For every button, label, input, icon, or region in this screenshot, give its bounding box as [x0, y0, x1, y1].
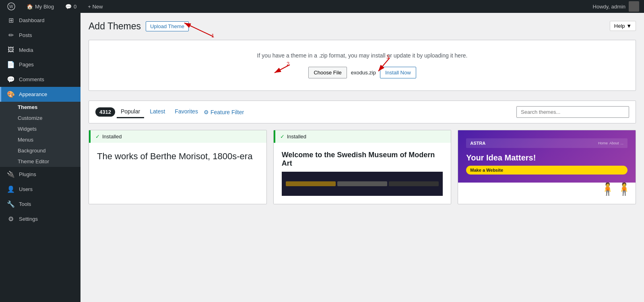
help-button-wrap: Help ▼	[610, 21, 636, 31]
sidebar-item-posts[interactable]: ✏ Posts	[0, 28, 80, 43]
choose-file-button[interactable]: Choose File	[308, 67, 347, 78]
admin-sidebar: ⊞ Dashboard ✏ Posts 🖼 Media 📄 Pages 💬 Co…	[0, 13, 80, 302]
figure-2: 🧍	[617, 182, 632, 196]
preview-bar-1	[286, 181, 336, 186]
astra-headline: Your Idea Matters!	[466, 153, 627, 162]
theme-cards-grid: ✓ Installed The works of Berthe Morisot,…	[89, 130, 636, 204]
main-content: Help ▼ Add Themes Upload Theme 1 2 3	[80, 13, 644, 302]
theme-title-2: Welcome to the Swedish Museum of Modern …	[282, 151, 443, 168]
tab-favorites[interactable]: Favorites	[171, 106, 202, 118]
submenu-item-menus[interactable]: Menus	[0, 134, 80, 145]
comments-count: 0	[74, 4, 76, 10]
theme-count: 4312	[95, 107, 115, 117]
nav-dot-1: Home	[598, 141, 608, 145]
nav-dot-2: About	[609, 141, 619, 145]
theme-preview-3: ASTRA Home About ... Your Idea Matters! …	[458, 130, 636, 183]
step-2-label: 2	[287, 61, 289, 67]
theme-card-2[interactable]: ✓ Installed Welcome to the Swedish Museu…	[273, 130, 452, 204]
search-themes-wrap	[516, 106, 629, 118]
background-label: Background	[18, 148, 45, 154]
page-header: Add Themes Upload Theme	[89, 21, 636, 32]
theme-preview-1: The works of Berthe Morisot, 1800s-era	[89, 143, 266, 195]
install-now-button[interactable]: Install Now	[380, 67, 416, 78]
sidebar-label-pages: Pages	[19, 62, 34, 68]
sidebar-label-comments: Comments	[19, 76, 44, 82]
gear-icon: ⚙	[204, 109, 209, 115]
sidebar-label-media: Media	[19, 47, 33, 53]
theme-preview-img-2	[282, 172, 443, 196]
figure-1: 🧍	[600, 182, 615, 196]
tab-latest[interactable]: Latest	[146, 106, 169, 118]
feature-filter-label: Feature Filter	[211, 109, 244, 115]
theme-title-1: The works of Berthe Morisot, 1800s-era	[97, 151, 252, 162]
wp-logo-item[interactable]: W	[5, 0, 18, 13]
dashboard-icon: ⊞	[7, 16, 15, 24]
installed-banner-2: ✓ Installed	[274, 130, 451, 143]
sidebar-label-dashboard: Dashboard	[19, 17, 45, 23]
tab-popular[interactable]: Popular	[117, 106, 144, 118]
sidebar-item-plugins[interactable]: 🔌 Plugins	[0, 167, 80, 182]
new-item[interactable]: + New	[85, 0, 105, 13]
posts-icon: ✏	[7, 31, 15, 39]
theme-tabs-bar: 4312 Popular Latest Favorites ⚙ Feature …	[89, 101, 636, 123]
upload-description: If you have a theme in a .zip format, yo…	[101, 52, 623, 59]
sidebar-item-settings[interactable]: ⚙ Settings	[0, 212, 80, 226]
installed-label-1: Installed	[102, 134, 122, 140]
astra-brand: ASTRA	[470, 141, 485, 146]
sidebar-label-tools: Tools	[19, 201, 31, 207]
help-button[interactable]: Help ▼	[610, 21, 636, 31]
upload-controls: Choose File exodus.zip Install Now	[101, 67, 623, 78]
nav-dot-3: ...	[620, 141, 623, 145]
sidebar-label-posts: Posts	[19, 32, 32, 38]
page-title: Add Themes	[89, 21, 141, 32]
site-name: My Blog	[35, 4, 54, 10]
comments-item[interactable]: 💬 0	[63, 0, 79, 13]
installed-label-2: Installed	[287, 134, 306, 140]
submenu-item-customize[interactable]: Customize	[0, 113, 80, 123]
sidebar-item-media[interactable]: 🖼 Media	[0, 43, 80, 57]
preview-bar-2	[337, 181, 387, 186]
submenu-item-widgets[interactable]: Widgets	[0, 123, 80, 134]
plugins-icon: 🔌	[7, 171, 15, 178]
submenu-item-themes[interactable]: Themes	[0, 102, 80, 113]
preview-bar-3	[389, 181, 439, 186]
theme-card-3[interactable]: ASTRA Home About ... Your Idea Matters! …	[458, 130, 636, 204]
sidebar-item-appearance[interactable]: 🎨 Appearance	[0, 87, 80, 102]
site-name-item[interactable]: 🏠 My Blog	[24, 0, 56, 13]
sidebar-item-pages[interactable]: 📄 Pages	[0, 57, 80, 72]
upload-theme-button[interactable]: Upload Theme	[146, 21, 189, 31]
avatar	[629, 1, 639, 12]
theme-editor-label: Theme Editor	[18, 158, 49, 164]
sidebar-item-users[interactable]: 👤 Users	[0, 182, 80, 197]
sidebar-item-comments[interactable]: 💬 Comments	[0, 72, 80, 87]
settings-icon: ⚙	[7, 215, 15, 223]
comment-icon: 💬	[65, 4, 72, 10]
astra-illustration: 🧍 🧍	[600, 182, 632, 196]
new-label: + New	[88, 4, 103, 10]
themes-label: Themes	[18, 104, 37, 110]
submenu-item-background[interactable]: Background	[0, 145, 80, 156]
svg-text:W: W	[9, 4, 13, 9]
menus-label: Menus	[18, 137, 33, 143]
check-icon-2: ✓	[280, 134, 285, 140]
installed-banner-1: ✓ Installed	[89, 130, 266, 143]
astra-logo-bar: ASTRA Home About ...	[466, 138, 627, 148]
pages-icon: 📄	[7, 61, 15, 68]
sidebar-label-users: Users	[19, 186, 33, 192]
sidebar-label-settings: Settings	[19, 216, 38, 222]
upload-zone: If you have a theme in a .zip format, yo…	[89, 40, 636, 91]
feature-filter[interactable]: ⚙ Feature Filter	[204, 109, 244, 115]
sidebar-item-tools[interactable]: 🔧 Tools	[0, 197, 80, 212]
sidebar-label-appearance: Appearance	[19, 91, 47, 97]
widgets-label: Widgets	[18, 126, 37, 132]
theme-card-1[interactable]: ✓ Installed The works of Berthe Morisot,…	[89, 130, 267, 204]
astra-cta: Make a Website	[466, 166, 627, 175]
search-themes-input[interactable]	[516, 106, 629, 118]
submenu-item-theme-editor[interactable]: Theme Editor	[0, 156, 80, 167]
step-3-label: 3	[386, 54, 389, 60]
appearance-icon: 🎨	[7, 90, 15, 98]
step-1-label: 1	[211, 33, 214, 39]
sidebar-item-dashboard[interactable]: ⊞ Dashboard	[0, 13, 80, 28]
appearance-submenu: Themes Customize Widgets Menus Backgroun…	[0, 102, 80, 167]
check-icon-1: ✓	[95, 134, 100, 140]
